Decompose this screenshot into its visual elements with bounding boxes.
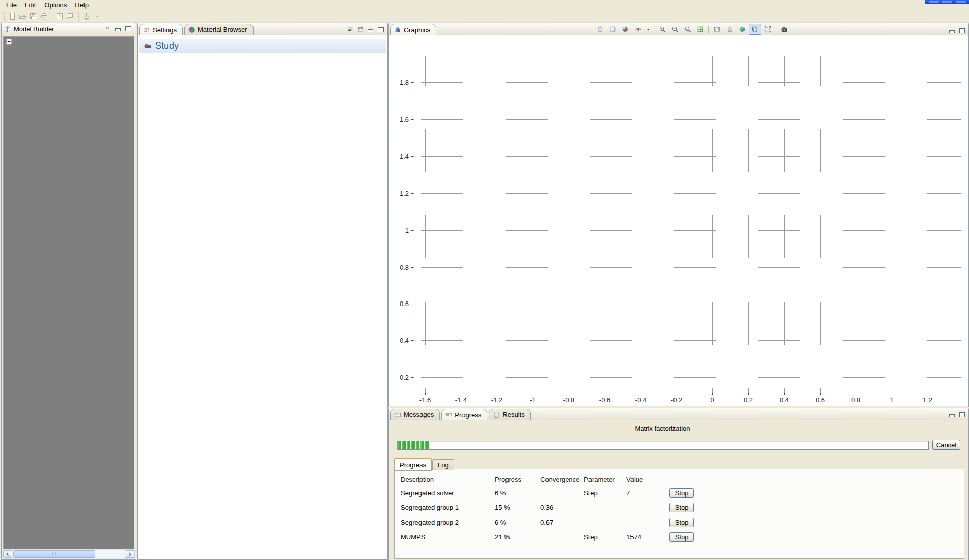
snapshot-button[interactable] [778,24,790,35]
model-tree-area[interactable] [3,36,134,549]
tick-mark [748,393,749,395]
graphics-toolbar [594,24,791,35]
cancel-button[interactable]: Cancel [932,440,960,450]
print-button[interactable] [38,11,49,21]
scroll-left-button[interactable] [3,550,12,558]
zoom-in-button[interactable] [656,24,668,35]
zoom-box-button[interactable] [682,24,694,35]
menu-edit[interactable]: Edit [21,0,40,10]
dropdown-arrow-button[interactable] [645,24,652,35]
context-help-icon: ? [66,12,74,20]
view-landscape-button[interactable] [607,24,619,35]
lock-button[interactable] [724,24,736,35]
tab-progress[interactable]: Progress [441,409,487,420]
float-view-button[interactable] [356,25,365,33]
minimize-button[interactable] [366,25,375,33]
tick-mark [641,393,641,395]
brush-button[interactable] [81,11,92,21]
tab-messages[interactable]: Messages [390,409,440,420]
tick-mark [892,393,892,395]
plot-area[interactable]: -1.6-1.4-1.2-1-0.8-0.6-0.4-0.200.20.40.6… [413,56,961,393]
titlebar-minimize-button[interactable] [929,1,939,3]
view-menu-button[interactable] [346,25,355,33]
context-help-button[interactable]: ? [65,11,75,21]
gridline-x [748,56,749,393]
menu-file[interactable]: File [2,0,21,10]
model-builder-panel: Model Builder [1,23,136,560]
view-portrait-button[interactable] [594,24,606,35]
gridline-x [605,56,605,393]
tick-mark [425,393,426,395]
maximize-button[interactable] [957,410,966,418]
help-icon: ? [56,12,64,20]
stop-button[interactable]: Stop [669,518,694,527]
horizontal-scrollbar[interactable] [3,550,135,558]
graphics-canvas[interactable]: -1.6-1.4-1.2-1-0.8-0.6-0.4-0.200.20.40.6… [389,35,968,406]
maximize-button[interactable] [957,26,966,34]
tick-mark [928,393,928,395]
stop-button[interactable]: Stop [669,503,694,512]
image-button[interactable] [711,24,723,35]
minimize-button[interactable] [947,26,956,34]
cell-convergence: 0.36 [540,504,584,511]
brush-icon [82,12,91,20]
gridline-y [413,82,961,83]
cell-progress: 21 % [495,533,540,541]
new-button[interactable] [7,11,17,21]
copy-button[interactable] [749,24,761,35]
scrollbar-thumb[interactable] [13,550,95,558]
cell-description: MUMPS [401,533,495,541]
minimize-button[interactable] [947,410,956,418]
x-tick-label: -0.8 [563,396,574,404]
scroll-right-button[interactable] [125,550,134,558]
gridline-x [425,56,426,393]
tab-results[interactable]: Results [489,409,530,420]
svg-text:?: ? [58,14,61,19]
tree-collapse-toggle[interactable] [6,38,12,45]
help-button[interactable]: ? [54,11,65,21]
model-builder-header: Model Builder [2,23,136,35]
toolbar-separator [776,26,776,33]
select-frame-button[interactable] [762,24,774,35]
open-button[interactable] [17,11,28,21]
zoom-in-icon [659,26,666,33]
transparency-button[interactable] [736,24,748,35]
x-tick-label: -0.2 [671,396,682,404]
menu-help[interactable]: Help [71,0,93,10]
zoom-out-button[interactable] [669,24,681,35]
tick-mark [411,304,413,304]
messages-icon [394,411,401,418]
titlebar-close-button[interactable] [956,1,966,3]
tab-settings[interactable]: Settings [139,24,183,35]
overflow-arrow-button[interactable] [92,11,102,21]
menu-options[interactable]: Options [40,0,71,10]
save-button[interactable] [28,11,38,21]
tab-material-browser[interactable]: Material Browser [184,24,254,35]
bottom-tabbar: MessagesProgressResults [389,408,968,420]
zoom-extents-button[interactable] [694,24,706,35]
print-icon [40,12,48,20]
scrollbar-track[interactable] [95,550,125,558]
cell-progress: 6 % [495,489,540,497]
scene-light-button[interactable] [619,24,631,35]
subtab-log[interactable]: Log [432,459,454,470]
maximize-button[interactable] [376,25,385,33]
stop-button[interactable]: Stop [669,532,694,542]
view-menu-button[interactable] [103,24,112,32]
tab-graphics[interactable]: Graphics [390,24,436,35]
copy-icon [751,26,759,33]
maximize-button[interactable] [123,24,133,32]
cell-value: 1574 [626,533,669,541]
subtab-progress[interactable]: Progress [394,458,432,471]
titlebar-maximize-button[interactable] [942,1,952,3]
visibility-button[interactable] [632,24,644,35]
stop-button[interactable]: Stop [669,488,694,498]
y-tick-label: 0.8 [400,264,409,271]
tab-label: Progress [455,411,481,419]
model-builder-icon [4,26,11,33]
minimize-button[interactable] [113,24,122,32]
table-row: Segregated solver6 %Step7Stop [401,486,964,500]
tick-mark [461,393,461,395]
cell-description: Segregated group 1 [401,504,495,511]
progress-panel: MessagesProgressResults Matrix factoriza… [388,408,969,560]
